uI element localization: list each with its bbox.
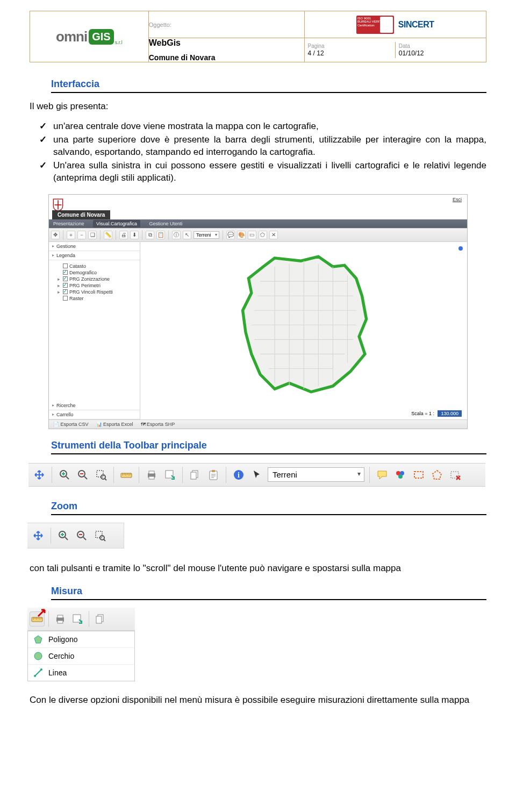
zoom-in-icon[interactable] [56,528,71,543]
layer-combo[interactable]: Terreni [194,231,219,239]
misura-linea[interactable]: Linea [28,664,134,681]
tree-twisty-icon[interactable]: ▸ [56,283,61,288]
zoom-out-icon[interactable] [74,528,89,543]
measure-icon[interactable]: 📏 [104,231,112,239]
menu-visual[interactable]: Visual.Cartografica [93,220,140,227]
toolbar-big: i Terreni [28,463,485,487]
export-shp-label: Esporta SHP [147,422,175,427]
layer-row: Demografico [56,270,137,275]
select-poly-icon[interactable] [429,467,445,482]
pan-icon[interactable] [32,467,47,482]
tree-twisty-icon[interactable] [56,263,61,269]
zoom-out-icon[interactable]: － [77,231,86,239]
zoom-box-icon[interactable] [94,467,109,482]
export-shp-link[interactable]: 🗺 Esporta SHP [141,422,175,427]
scale-value: 130.000 [438,410,462,417]
export-csv-link[interactable]: 📄 Esporta CSV [53,422,89,427]
layer-label[interactable]: Demografico [69,270,97,275]
svg-rect-18 [414,472,423,478]
layer-checkbox[interactable] [63,263,68,268]
copy-icon[interactable] [188,467,203,482]
measure-icon[interactable] [119,467,134,482]
pan-icon[interactable]: ✥ [51,231,60,239]
export-xls-label: Esporta Excel [103,422,133,427]
menu-utenti[interactable]: Gestione Utenti [149,221,182,226]
tree-twisty-icon[interactable] [56,296,61,301]
logo-omni: omni [56,29,87,45]
select-rect-icon[interactable] [411,467,426,482]
pointer-icon[interactable]: ↖ [183,231,191,239]
zoom-box-icon[interactable] [92,528,108,543]
side-legenda[interactable]: Legenda [49,251,140,260]
svg-point-31 [34,652,42,660]
misura-menu: Poligono Cerchio Linea [27,631,135,681]
scale-label: Scala = 1 : [411,411,434,416]
print-icon[interactable] [144,467,159,482]
zoom-box-icon[interactable]: ❏ [88,231,97,239]
svg-rect-2 [97,471,103,477]
side-gestione[interactable]: Gestione [49,242,140,251]
palette-icon[interactable]: 🎨 [237,231,246,239]
svg-rect-28 [73,615,81,622]
side-legenda-label: Legenda [56,253,75,258]
clear-icon[interactable]: ✕ [269,231,278,239]
copy-icon[interactable]: ⧉ [146,231,154,239]
export-map-icon[interactable] [162,467,177,482]
layer-row: Catasto [56,263,137,269]
layer-label[interactable]: PRG Vincoli Rispetti [69,289,113,295]
pan-icon[interactable] [31,528,46,543]
app-title: Comune di Novara [52,210,110,219]
layer-label[interactable]: PRG Perimetri [69,283,101,288]
export-icon[interactable]: ⬇ [130,231,139,239]
zoom-in-icon[interactable]: ＋ [67,231,75,239]
map-canvas[interactable]: Scala = 1 : 130.000 [140,242,467,419]
tree-twisty-icon[interactable]: ▸ [56,289,61,295]
logo-srl: s.r.l [115,40,123,45]
pointer-icon[interactable] [249,467,264,482]
export-map-icon[interactable] [70,611,85,626]
clear-selection-icon[interactable] [448,467,463,482]
misura-cerchio[interactable]: Cerchio [28,647,134,664]
info-icon[interactable]: ⓘ [172,231,181,239]
print-icon[interactable] [53,611,68,626]
layer-label[interactable]: Catasto [69,263,86,269]
copy-icon[interactable] [93,611,108,626]
clipboard-icon[interactable] [206,467,221,482]
layer-checkbox[interactable] [63,283,68,288]
layer-checkbox[interactable] [63,296,68,301]
section-strumenti: Strumenti della Toolbar principale [51,440,486,454]
poligono-label: Poligono [48,635,78,644]
print-icon[interactable]: 🖨 [119,231,128,239]
select-rect-icon[interactable]: ▭ [248,231,256,239]
zoom-in-icon[interactable] [57,467,72,482]
red-arrow-icon [37,607,48,617]
misura-poligono[interactable]: Poligono [28,631,134,647]
svg-rect-22 [96,531,102,538]
export-excel-link[interactable]: 📊 Esporta Excel [96,422,133,427]
layer-combo-big[interactable]: Terreni [268,467,364,482]
sincert-badge: SINCERT [398,20,434,30]
info-icon[interactable]: i [231,467,246,482]
exit-link[interactable]: Esci [453,197,462,202]
layer-label[interactable]: PRG Zonizzazione [69,276,110,282]
select-poly-icon[interactable]: ⬠ [259,231,267,239]
comment-icon[interactable] [375,467,390,482]
paste-icon[interactable]: 📋 [156,231,165,239]
side-ricerche[interactable]: Ricerche [49,401,140,410]
zoom-out-icon[interactable] [75,467,90,482]
header-title-cell: WebGis Comune di Novara [148,38,304,62]
menu-presentazione[interactable]: Presentazione [53,221,84,226]
linea-label: Linea [48,668,67,677]
svg-rect-11 [210,471,217,480]
side-carrello[interactable]: Carrello [49,410,140,419]
layer-checkbox[interactable] [63,270,68,275]
annotation-icon[interactable]: 💬 [226,231,235,239]
layer-label[interactable]: Raster [69,296,84,301]
tree-twisty-icon[interactable] [56,270,61,275]
layer-checkbox[interactable] [63,289,68,294]
tree-twisty-icon[interactable]: ▸ [56,276,61,282]
side-carrello-label: Carrello [56,412,74,417]
side-ricerche-label: Ricerche [56,403,76,408]
theme-icon[interactable] [393,467,408,482]
layer-checkbox[interactable] [63,276,68,281]
